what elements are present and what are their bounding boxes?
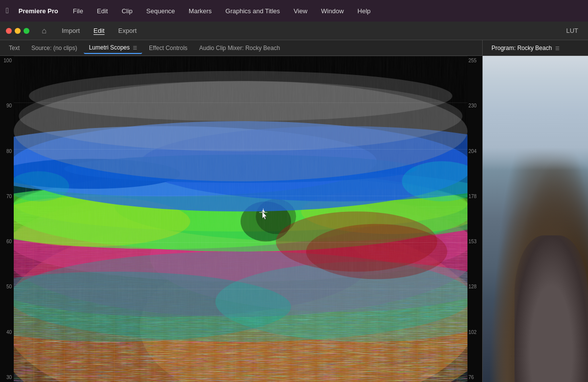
right-panel-tabs: Program: Rocky Beach ☰ (483, 40, 588, 56)
edit-nav-item[interactable]: Edit (87, 25, 111, 36)
title-bar:  Premiere Pro File Edit Clip Sequence M… (0, 0, 588, 22)
lut-button[interactable]: LUT (562, 25, 582, 36)
preview-frame (483, 56, 588, 382)
tab-text[interactable]: Text (4, 43, 24, 53)
home-button[interactable]: ⌂ (37, 24, 51, 38)
tab-audio-clip-mixer[interactable]: Audio Clip Mixer: Rocky Beach (195, 43, 285, 53)
scope-viewer: 100 90 80 70 60 50 40 30 255 230 204 178… (0, 56, 482, 382)
left-panel: Text Source: (no clips) Lumetri Scopes ☰… (0, 40, 483, 382)
menu-graphics-titles[interactable]: Graphics and Titles (222, 6, 283, 16)
tab-effect-controls[interactable]: Effect Controls (144, 43, 192, 53)
traffic-lights (6, 28, 29, 34)
menu-markers[interactable]: Markers (186, 6, 215, 16)
panel-tabs: Text Source: (no clips) Lumetri Scopes ☰… (0, 40, 482, 56)
right-panel: Program: Rocky Beach ☰ (483, 40, 588, 382)
maximize-button[interactable] (24, 28, 29, 34)
tab-program-monitor[interactable]: Program: Rocky Beach ☰ (487, 43, 564, 53)
grid-lines (14, 56, 467, 382)
program-menu-icon[interactable]: ☰ (555, 46, 560, 51)
main-content: Text Source: (no clips) Lumetri Scopes ☰… (0, 40, 588, 382)
menu-view[interactable]: View (291, 6, 310, 16)
toolbar-nav: Import Edit Export (55, 25, 144, 36)
tab-lumetri-scopes[interactable]: Lumetri Scopes ☰ (84, 42, 142, 54)
close-button[interactable] (6, 28, 12, 34)
menu-help[interactable]: Help (355, 6, 374, 16)
lumetri-menu-icon[interactable]: ☰ (133, 45, 137, 51)
menu-clip[interactable]: Clip (119, 6, 135, 16)
menu-edit[interactable]: Edit (94, 6, 111, 16)
apple-logo-icon:  (6, 6, 9, 15)
menu-sequence[interactable]: Sequence (144, 6, 178, 16)
program-preview (483, 56, 588, 382)
import-nav-item[interactable]: Import (55, 25, 87, 36)
scale-left: 100 90 80 70 60 50 40 30 (0, 56, 14, 382)
minimize-button[interactable] (15, 28, 21, 34)
toolbar: ⌂ Import Edit Export LUT (0, 22, 588, 40)
tab-source[interactable]: Source: (no clips) (26, 43, 82, 53)
scale-right: 255 230 204 178 153 128 102 76 (467, 56, 482, 382)
app-name: Premiere Pro (19, 7, 58, 15)
export-nav-item[interactable]: Export (111, 25, 144, 36)
menu-window[interactable]: Window (318, 6, 346, 16)
menu-file[interactable]: File (70, 6, 86, 16)
